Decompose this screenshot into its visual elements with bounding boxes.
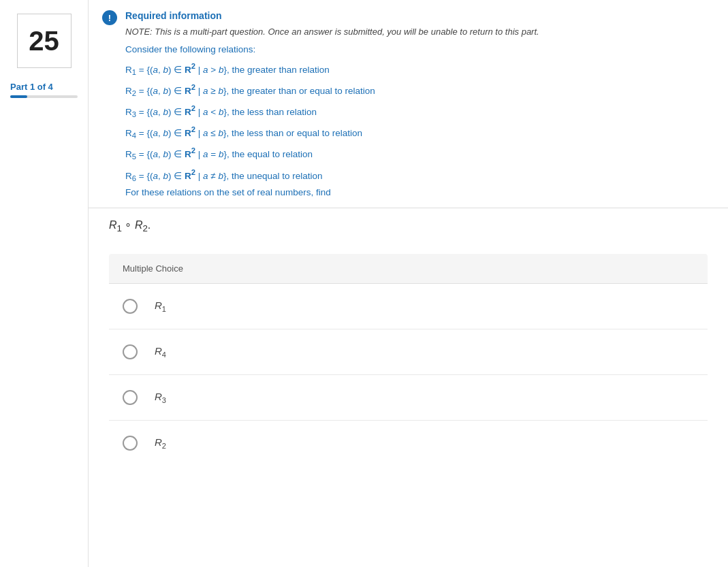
mc-option-r2[interactable]: R2 <box>109 421 708 466</box>
part-label: Part 1 of 4 <box>10 82 53 92</box>
radio-button-r2[interactable] <box>123 436 138 451</box>
mc-header: Multiple Choice <box>109 254 708 284</box>
mc-option-r3[interactable]: R3 <box>109 375 708 421</box>
radio-button-r1[interactable] <box>123 299 138 314</box>
radio-button-r3[interactable] <box>123 390 138 405</box>
required-info-title: Required information <box>125 10 714 21</box>
info-icon: ! <box>102 10 117 25</box>
radio-button-r4[interactable] <box>123 344 138 359</box>
find-text: For these relations on the set of real n… <box>125 187 714 197</box>
relation-r3: R3 = {(a, b) ∈ R2 | a < b}, the less tha… <box>125 102 714 120</box>
part-progress-bar <box>10 95 78 98</box>
required-info-section: ! Required information NOTE: This is a m… <box>89 0 728 208</box>
question-area: R1 ∘ R2. Multiple Choice R1 R4 R3 <box>89 208 728 479</box>
mc-option-label-r3: R3 <box>155 391 166 404</box>
relation-r1: R1 = {(a, b) ∈ R2 | a > b}, the greater … <box>125 60 714 78</box>
relation-r5: R5 = {(a, b) ∈ R2 | a = b}, the equal to… <box>125 144 714 163</box>
question-number: 25 <box>17 14 72 68</box>
part-progress-fill <box>10 95 27 98</box>
question-text: R1 ∘ R2. <box>109 218 708 233</box>
mc-option-label-r2: R2 <box>155 436 166 450</box>
sidebar: 25 Part 1 of 4 <box>0 0 89 567</box>
note-text: NOTE: This is a multi-part question. Onc… <box>125 27 714 37</box>
multiple-choice-container: Multiple Choice R1 R4 R3 R2 <box>109 254 708 466</box>
mc-option-label-r4: R4 <box>155 345 166 359</box>
info-content-area: Required information NOTE: This is a mul… <box>125 10 714 197</box>
main-content: ! Required information NOTE: This is a m… <box>89 0 728 567</box>
intro-text: Consider the following relations: <box>125 42 714 57</box>
mc-option-r4[interactable]: R4 <box>109 329 708 375</box>
mc-option-r1[interactable]: R1 <box>109 284 708 329</box>
relation-r2: R2 = {(a, b) ∈ R2 | a ≥ b}, the greater … <box>125 81 714 99</box>
mc-option-label-r1: R1 <box>155 299 166 313</box>
relation-r6: R6 = {(a, b) ∈ R2 | a ≠ b}, the unequal … <box>125 166 714 184</box>
relation-r4: R4 = {(a, b) ∈ R2 | a ≤ b}, the less tha… <box>125 123 714 142</box>
